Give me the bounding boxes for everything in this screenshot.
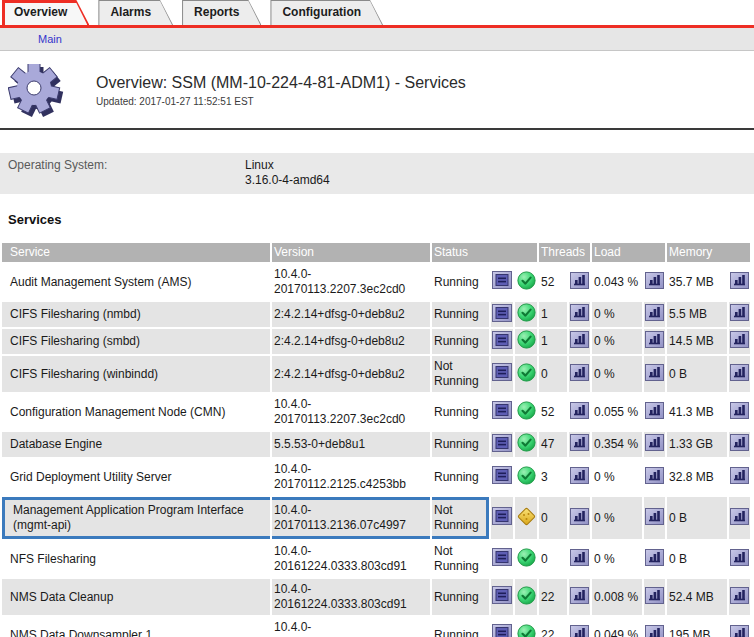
service-name-cell: NFS Filesharing [2, 541, 270, 577]
status-ok-icon[interactable] [517, 466, 536, 485]
threads-chart-icon[interactable] [570, 304, 589, 321]
status-ok-icon[interactable] [517, 271, 536, 290]
memory-chart-icon[interactable] [730, 434, 749, 451]
main-menu-link[interactable]: Main [38, 33, 62, 45]
memory-chart-cell [729, 579, 750, 615]
threads-chart-icon[interactable] [570, 402, 589, 419]
memory-chart-icon[interactable] [730, 402, 749, 419]
services-table-body: Audit Management System (AMS) 10.4.0-201… [2, 264, 750, 637]
header-status: Status [432, 243, 537, 262]
service-status-cell: Not Running [432, 541, 489, 577]
service-version-cell: 10.4.0-20170112.2125.c4253bb [272, 459, 430, 495]
status-ok-icon[interactable] [517, 433, 536, 452]
load-chart-icon[interactable] [645, 272, 664, 289]
memory-chart-icon[interactable] [730, 549, 749, 566]
load-chart-icon[interactable] [645, 402, 664, 419]
page-updated-timestamp: Updated: 2017-01-27 11:52:51 EST [96, 96, 466, 107]
memory-chart-icon[interactable] [730, 272, 749, 289]
threads-chart-icon[interactable] [570, 331, 589, 348]
load-chart-icon[interactable] [645, 549, 664, 566]
memory-value-cell: 0 B [667, 541, 727, 577]
service-console-cell [491, 541, 513, 577]
service-state-cell [515, 356, 537, 392]
load-chart-cell [644, 264, 665, 300]
service-status-cell: Not Running [432, 356, 489, 392]
service-name-cell: NMS Data Cleanup [2, 579, 270, 615]
load-value-cell: 0.049 % [592, 617, 642, 637]
threads-chart-icon[interactable] [570, 625, 589, 637]
status-ok-icon[interactable] [517, 548, 536, 567]
service-console-cell [491, 329, 513, 354]
memory-chart-icon[interactable] [730, 587, 749, 604]
tab-alarms[interactable]: Alarms [98, 0, 173, 25]
load-chart-icon[interactable] [645, 467, 664, 484]
status-ok-icon[interactable] [517, 624, 536, 637]
service-console-icon[interactable] [492, 624, 512, 637]
load-chart-icon[interactable] [645, 434, 664, 451]
service-state-cell [515, 302, 537, 327]
tab-configuration[interactable]: Configuration [270, 0, 383, 25]
service-console-icon[interactable] [492, 586, 512, 604]
service-state-cell [515, 497, 537, 539]
load-chart-icon[interactable] [645, 508, 664, 525]
menu-bar: Main [0, 28, 754, 51]
load-chart-icon[interactable] [645, 364, 664, 381]
memory-chart-icon[interactable] [730, 625, 749, 637]
status-ok-icon[interactable] [517, 586, 536, 605]
threads-chart-cell [569, 579, 590, 615]
service-name-cell: NMS Data Downsampler 1 [2, 617, 270, 637]
service-console-icon[interactable] [492, 401, 512, 419]
operating-system-label: Operating System: [0, 158, 245, 188]
service-version-cell: 2:4.2.14+dfsg-0+deb8u2 [272, 302, 430, 327]
load-chart-icon[interactable] [645, 331, 664, 348]
service-name-cell: Audit Management System (AMS) [2, 264, 270, 300]
memory-value-cell: 52.4 MB [667, 579, 727, 615]
service-console-icon[interactable] [492, 363, 512, 381]
status-warning-icon[interactable] [517, 507, 536, 526]
threads-chart-icon[interactable] [570, 434, 589, 451]
service-console-icon[interactable] [492, 304, 512, 322]
threads-chart-icon[interactable] [570, 467, 589, 484]
service-console-icon[interactable] [492, 271, 512, 289]
load-chart-icon[interactable] [645, 304, 664, 321]
threads-chart-icon[interactable] [570, 508, 589, 525]
service-console-cell [491, 264, 513, 300]
service-console-icon[interactable] [492, 466, 512, 484]
memory-chart-cell [729, 329, 750, 354]
threads-chart-icon[interactable] [570, 549, 589, 566]
load-value-cell: 0 % [592, 541, 642, 577]
service-console-cell [491, 617, 513, 637]
service-console-icon[interactable] [492, 331, 512, 349]
memory-chart-icon[interactable] [730, 304, 749, 321]
threads-chart-icon[interactable] [570, 587, 589, 604]
service-console-icon[interactable] [492, 434, 512, 452]
service-state-cell [515, 541, 537, 577]
memory-value-cell: 35.7 MB [667, 264, 727, 300]
tab-reports[interactable]: Reports [182, 0, 261, 25]
service-console-icon[interactable] [492, 548, 512, 566]
header-divider [0, 128, 754, 130]
memory-chart-icon[interactable] [730, 467, 749, 484]
threads-value-cell: 0 [539, 356, 567, 392]
service-console-cell [491, 432, 513, 457]
status-ok-icon[interactable] [517, 363, 536, 382]
memory-chart-icon[interactable] [730, 331, 749, 348]
status-ok-icon[interactable] [517, 330, 536, 349]
tab-overview[interactable]: Overview [2, 0, 89, 25]
load-chart-icon[interactable] [645, 625, 664, 637]
table-row: NMS Data Downsampler 1 10.4.0-20161224.0… [2, 617, 750, 637]
load-value-cell: 0 % [592, 356, 642, 392]
service-status-cell: Running [432, 394, 489, 430]
threads-chart-icon[interactable] [570, 272, 589, 289]
service-name-cell: CIFS Filesharing (smbd) [2, 329, 270, 354]
load-chart-cell [644, 617, 665, 637]
threads-chart-icon[interactable] [570, 364, 589, 381]
service-name-cell: CIFS Filesharing (winbindd) [2, 356, 270, 392]
threads-chart-cell [569, 394, 590, 430]
status-ok-icon[interactable] [517, 401, 536, 420]
load-chart-icon[interactable] [645, 587, 664, 604]
memory-chart-icon[interactable] [730, 508, 749, 525]
status-ok-icon[interactable] [517, 303, 536, 322]
service-console-icon[interactable] [492, 507, 512, 525]
memory-chart-icon[interactable] [730, 364, 749, 381]
